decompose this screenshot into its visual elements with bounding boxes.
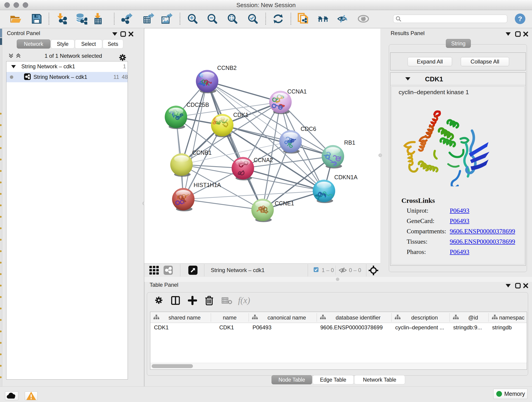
- svg-text:CCNA1: CCNA1: [287, 88, 307, 95]
- svg-text:CCNE1: CCNE1: [275, 200, 294, 206]
- svg-text:CCNB2: CCNB2: [217, 65, 237, 71]
- svg-text:HIST1H1A: HIST1H1A: [194, 182, 221, 188]
- svg-text:CCNB1: CCNB1: [192, 149, 212, 156]
- svg-text:RB1: RB1: [344, 139, 355, 146]
- svg-text:CDK1: CDK1: [233, 112, 249, 118]
- svg-text:CDKN1A: CDKN1A: [334, 174, 358, 180]
- svg-text:?: ?: [518, 15, 522, 22]
- svg-text:CCNA2: CCNA2: [254, 157, 273, 163]
- svg-text:CDC25B: CDC25B: [186, 102, 209, 108]
- svg-text:CDC6: CDC6: [301, 126, 316, 132]
